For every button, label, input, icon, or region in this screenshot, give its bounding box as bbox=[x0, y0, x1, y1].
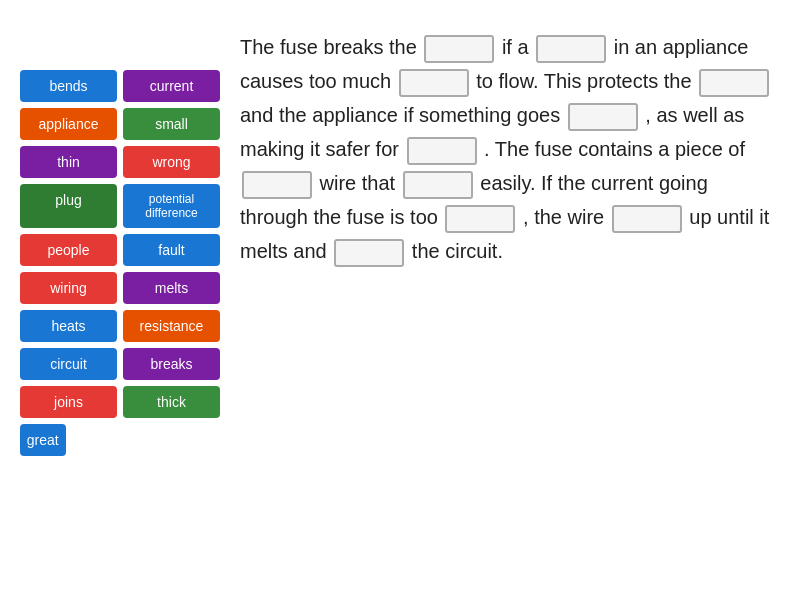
text-segment-10: , the wire bbox=[523, 206, 610, 228]
word-tile-bends[interactable]: bends bbox=[20, 70, 117, 102]
blank-3[interactable] bbox=[399, 69, 469, 97]
word-tile-joins[interactable]: joins bbox=[20, 386, 117, 418]
blank-5[interactable] bbox=[568, 103, 638, 131]
word-tile-potential-difference[interactable]: potential difference bbox=[123, 184, 220, 228]
text-segment-1: The fuse breaks the bbox=[240, 36, 422, 58]
word-tile-plug[interactable]: plug bbox=[20, 184, 117, 228]
blank-1[interactable] bbox=[424, 35, 494, 63]
word-tile-appliance[interactable]: appliance bbox=[20, 108, 117, 140]
word-tile-people[interactable]: people bbox=[20, 234, 117, 266]
text-segment-4: to flow. This protects the bbox=[476, 70, 697, 92]
word-tile-melts[interactable]: melts bbox=[123, 272, 220, 304]
blank-2[interactable] bbox=[536, 35, 606, 63]
text-segment-5: and the appliance if something goes bbox=[240, 104, 566, 126]
blank-7[interactable] bbox=[242, 171, 312, 199]
blank-9[interactable] bbox=[445, 205, 515, 233]
main-container: bendscurrentappliancesmallthinwrongplugp… bbox=[0, 0, 800, 600]
word-bank: bendscurrentappliancesmallthinwrongplugp… bbox=[20, 20, 220, 580]
text-segment-7: . The fuse contains a piece of bbox=[484, 138, 745, 160]
word-tile-thin[interactable]: thin bbox=[20, 146, 117, 178]
text-segment-8: wire that bbox=[320, 172, 401, 194]
blank-11[interactable] bbox=[334, 239, 404, 267]
blank-8[interactable] bbox=[403, 171, 473, 199]
word-tile-great[interactable]: great bbox=[20, 424, 66, 456]
word-tile-current[interactable]: current bbox=[123, 70, 220, 102]
blank-10[interactable] bbox=[612, 205, 682, 233]
word-tile-breaks[interactable]: breaks bbox=[123, 348, 220, 380]
word-tile-circuit[interactable]: circuit bbox=[20, 348, 117, 380]
word-tile-thick[interactable]: thick bbox=[123, 386, 220, 418]
blank-4[interactable] bbox=[699, 69, 769, 97]
word-tile-resistance[interactable]: resistance bbox=[123, 310, 220, 342]
text-segment-2: if a bbox=[502, 36, 534, 58]
word-tile-wrong[interactable]: wrong bbox=[123, 146, 220, 178]
word-tile-heats[interactable]: heats bbox=[20, 310, 117, 342]
blank-6[interactable] bbox=[407, 137, 477, 165]
word-tile-wiring[interactable]: wiring bbox=[20, 272, 117, 304]
word-tile-fault[interactable]: fault bbox=[123, 234, 220, 266]
word-tile-small[interactable]: small bbox=[123, 108, 220, 140]
text-segment-12: the circuit. bbox=[412, 240, 503, 262]
text-area: The fuse breaks the if a in an appliance… bbox=[240, 20, 780, 580]
